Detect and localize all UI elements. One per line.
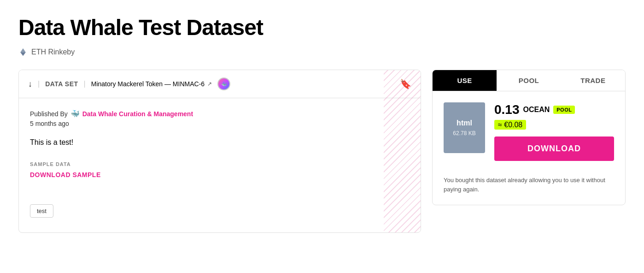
file-size: 62.78 KB	[453, 130, 475, 136]
tab-pool[interactable]: POOL	[497, 70, 561, 91]
download-arrow-icon: ↓	[28, 79, 32, 89]
publisher-link[interactable]: Data Whale Curation & Management	[82, 110, 193, 118]
network-row: ETH Rinkeby	[18, 47, 626, 57]
price-info: 0.13 OCEAN POOL ≈ €0.08 DOWNLOAD	[494, 102, 614, 166]
bookmark-icon[interactable]: 🔖	[400, 78, 411, 89]
right-panel: USE POOL TRADE html 62.78 KB 0.13 OCEAN …	[432, 70, 626, 205]
download-sample-link[interactable]: DOWNLOAD SAMPLE	[30, 171, 101, 178]
token-name: Minatory Mackerel Token — MINMAC-6 ↗	[91, 80, 212, 88]
page-container: Data Whale Test Dataset ETH Rinkeby ↓ | …	[0, 0, 644, 248]
publisher-avatar: 🐳	[217, 77, 230, 90]
external-link-icon[interactable]: ↗	[207, 81, 212, 87]
euro-price: ≈ €0.08	[494, 120, 526, 130]
separator-1: |	[38, 80, 40, 88]
left-panel: ↓ | DATA SET | Minatory Mackerel Token —…	[18, 70, 421, 233]
tabs-row: USE POOL TRADE	[433, 70, 625, 91]
pool-badge: POOL	[553, 106, 575, 114]
file-type: html	[457, 119, 472, 127]
file-preview: html 62.78 KB	[444, 102, 485, 153]
euro-price-row: ≈ €0.08	[494, 121, 614, 129]
sample-data-label: SAMPLE DATA	[30, 161, 410, 167]
tab-use[interactable]: USE	[433, 70, 497, 91]
time-ago: 5 months ago	[30, 120, 410, 127]
separator-2: |	[84, 80, 86, 88]
tags-row: test	[30, 204, 410, 218]
ocean-label: OCEAN	[523, 106, 550, 114]
right-panel-body: html 62.78 KB 0.13 OCEAN POOL ≈ €0.08 DO…	[433, 91, 625, 205]
download-button[interactable]: DOWNLOAD	[494, 136, 614, 161]
description: This is a test!	[30, 138, 410, 147]
panel-body: Published By 🐳 Data Whale Curation & Man…	[19, 98, 421, 232]
dataset-type-label: DATA SET	[45, 80, 78, 88]
ocean-price-row: 0.13 OCEAN POOL	[494, 102, 614, 117]
panel-header: ↓ | DATA SET | Minatory Mackerel Token —…	[19, 70, 421, 98]
whale-emoji: 🐳	[70, 109, 80, 118]
tag[interactable]: test	[30, 204, 53, 218]
network-label: ETH Rinkeby	[31, 48, 75, 56]
page-title: Data Whale Test Dataset	[18, 15, 626, 40]
tab-trade[interactable]: TRADE	[561, 70, 625, 91]
eth-icon	[18, 47, 28, 57]
price-area: html 62.78 KB 0.13 OCEAN POOL ≈ €0.08 DO…	[444, 102, 614, 166]
published-by-row: Published By 🐳 Data Whale Curation & Man…	[30, 109, 410, 118]
download-note: You bought this dataset already allowing…	[444, 176, 614, 194]
main-content: ↓ | DATA SET | Minatory Mackerel Token —…	[18, 70, 626, 233]
price-number: 0.13	[494, 102, 520, 117]
